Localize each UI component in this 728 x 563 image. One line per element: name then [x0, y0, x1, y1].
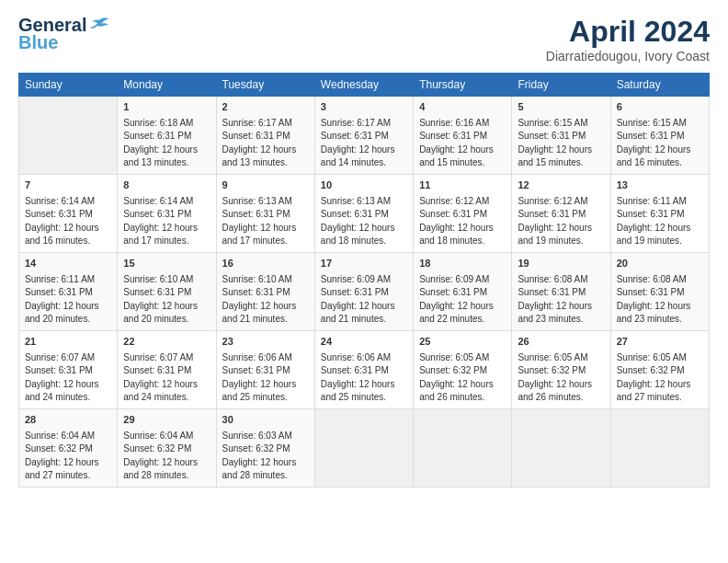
day-info: and 24 minutes.: [123, 391, 210, 405]
day-info: and 24 minutes.: [25, 391, 111, 405]
header: General Blue April 2024 Diarratiedougou,…: [18, 15, 710, 63]
day-info: and 13 minutes.: [123, 156, 210, 170]
day-number: 8: [123, 178, 210, 193]
day-number: 29: [123, 413, 210, 428]
day-info: Sunrise: 6:07 AM: [123, 351, 210, 365]
calendar-cell: 17Sunrise: 6:09 AMSunset: 6:31 PMDayligh…: [314, 252, 413, 330]
calendar-subtitle: Diarratiedougou, Ivory Coast: [546, 49, 710, 63]
day-info: Sunset: 6:32 PM: [25, 442, 111, 456]
day-info: Daylight: 12 hours: [222, 300, 309, 314]
day-number: 27: [617, 335, 703, 350]
day-info: Sunset: 6:31 PM: [222, 208, 309, 222]
day-info: Daylight: 12 hours: [123, 378, 210, 392]
day-info: Daylight: 12 hours: [25, 456, 111, 470]
day-info: and 14 minutes.: [321, 156, 407, 170]
day-info: Sunset: 6:31 PM: [25, 364, 111, 378]
day-info: Daylight: 12 hours: [419, 222, 506, 236]
day-info: Daylight: 12 hours: [518, 378, 604, 392]
calendar-cell: 19Sunrise: 6:08 AMSunset: 6:31 PMDayligh…: [512, 252, 610, 330]
day-info: Daylight: 12 hours: [518, 300, 604, 314]
day-info: and 27 minutes.: [25, 469, 111, 483]
day-info: Daylight: 12 hours: [222, 144, 309, 157]
day-info: Daylight: 12 hours: [419, 144, 506, 157]
calendar-cell: 14Sunrise: 6:11 AMSunset: 6:31 PMDayligh…: [19, 252, 118, 330]
calendar-cell: 2Sunrise: 6:17 AMSunset: 6:31 PMDaylight…: [216, 97, 314, 175]
calendar-cell: 27Sunrise: 6:05 AMSunset: 6:32 PMDayligh…: [610, 330, 709, 408]
calendar-cell: [414, 408, 512, 487]
day-info: Daylight: 12 hours: [518, 144, 604, 157]
day-info: Sunset: 6:31 PM: [25, 208, 111, 222]
day-info: Sunset: 6:32 PM: [518, 364, 604, 378]
title-area: April 2024 Diarratiedougou, Ivory Coast: [546, 15, 710, 63]
day-info: Sunrise: 6:15 AM: [617, 117, 703, 131]
day-number: 9: [222, 178, 309, 193]
day-info: and 21 minutes.: [222, 313, 309, 327]
calendar-cell: 28Sunrise: 6:04 AMSunset: 6:32 PMDayligh…: [19, 408, 118, 487]
calendar-cell: 1Sunrise: 6:18 AMSunset: 6:31 PMDaylight…: [118, 97, 216, 175]
day-info: Daylight: 12 hours: [518, 222, 604, 236]
calendar-cell: 29Sunrise: 6:04 AMSunset: 6:32 PMDayligh…: [118, 408, 216, 487]
calendar-cell: [512, 408, 610, 487]
day-info: Daylight: 12 hours: [123, 456, 210, 470]
header-cell-thursday: Thursday: [414, 74, 512, 97]
day-number: 11: [419, 178, 506, 193]
day-info: and 16 minutes.: [25, 235, 111, 248]
day-number: 6: [617, 100, 703, 115]
week-row-4: 21Sunrise: 6:07 AMSunset: 6:31 PMDayligh…: [19, 330, 710, 408]
day-info: Sunrise: 6:13 AM: [222, 195, 309, 209]
day-info: and 23 minutes.: [617, 313, 703, 327]
day-number: 19: [518, 257, 604, 271]
day-number: 26: [518, 335, 604, 350]
day-info: Sunset: 6:31 PM: [222, 286, 309, 300]
day-info: and 27 minutes.: [617, 391, 703, 405]
day-number: 15: [123, 257, 210, 271]
day-info: Sunset: 6:31 PM: [123, 208, 210, 222]
day-info: Daylight: 12 hours: [321, 300, 407, 314]
day-info: Sunrise: 6:08 AM: [518, 273, 604, 287]
day-info: Daylight: 12 hours: [321, 378, 407, 392]
day-info: Sunrise: 6:05 AM: [518, 351, 604, 365]
day-info: and 16 minutes.: [617, 156, 703, 170]
day-info: Sunrise: 6:13 AM: [321, 195, 407, 209]
calendar-cell: 18Sunrise: 6:09 AMSunset: 6:31 PMDayligh…: [414, 252, 512, 330]
day-info: Sunrise: 6:16 AM: [419, 117, 506, 131]
day-info: Sunrise: 6:14 AM: [25, 195, 111, 209]
day-number: 5: [518, 100, 604, 115]
day-info: Sunrise: 6:06 AM: [321, 351, 407, 365]
day-info: Sunrise: 6:18 AM: [123, 117, 210, 131]
day-info: Sunset: 6:31 PM: [222, 364, 309, 378]
day-info: Daylight: 12 hours: [222, 222, 309, 236]
day-info: and 15 minutes.: [419, 156, 506, 170]
calendar-cell: 12Sunrise: 6:12 AMSunset: 6:31 PMDayligh…: [512, 174, 610, 252]
day-info: and 23 minutes.: [518, 313, 604, 327]
day-info: Sunrise: 6:05 AM: [419, 351, 506, 365]
day-info: Sunset: 6:31 PM: [25, 286, 111, 300]
calendar-cell: 24Sunrise: 6:06 AMSunset: 6:31 PMDayligh…: [314, 330, 413, 408]
day-info: Sunrise: 6:04 AM: [123, 430, 210, 443]
calendar-cell: 16Sunrise: 6:10 AMSunset: 6:31 PMDayligh…: [216, 252, 314, 330]
day-number: 12: [518, 178, 604, 193]
day-number: 10: [321, 178, 407, 193]
calendar-cell: 9Sunrise: 6:13 AMSunset: 6:31 PMDaylight…: [216, 174, 314, 252]
day-info: Sunrise: 6:04 AM: [25, 430, 111, 443]
day-info: and 26 minutes.: [518, 391, 604, 405]
day-info: Daylight: 12 hours: [321, 222, 407, 236]
day-info: Sunset: 6:31 PM: [617, 286, 703, 300]
day-number: 30: [222, 413, 309, 428]
day-number: 3: [321, 100, 407, 115]
day-number: 20: [617, 257, 703, 271]
day-info: and 19 minutes.: [617, 235, 703, 248]
header-cell-friday: Friday: [512, 74, 610, 97]
header-cell-tuesday: Tuesday: [216, 74, 314, 97]
day-info: Daylight: 12 hours: [419, 378, 506, 392]
day-number: 18: [419, 257, 506, 271]
day-info: Sunset: 6:31 PM: [617, 208, 703, 222]
day-info: Sunset: 6:31 PM: [419, 286, 506, 300]
calendar-cell: 3Sunrise: 6:17 AMSunset: 6:31 PMDaylight…: [314, 97, 413, 175]
week-row-2: 7Sunrise: 6:14 AMSunset: 6:31 PMDaylight…: [19, 174, 710, 252]
day-number: 22: [123, 335, 210, 350]
day-info: Sunset: 6:31 PM: [321, 130, 407, 144]
day-info: and 26 minutes.: [419, 391, 506, 405]
calendar-title: April 2024: [546, 15, 710, 49]
header-cell-wednesday: Wednesday: [314, 74, 413, 97]
